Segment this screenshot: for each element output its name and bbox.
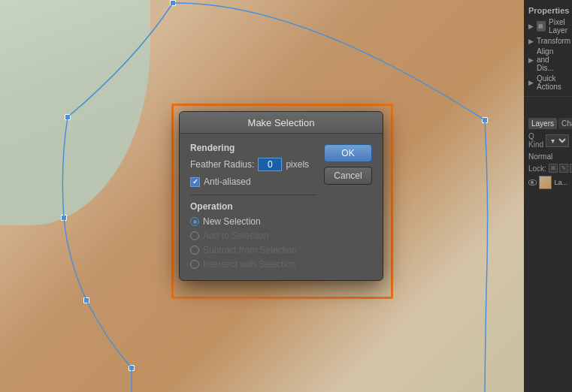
layer-visibility-icon[interactable]	[528, 179, 537, 185]
radio-subtract-selection-label: Subtract from Selection	[203, 245, 297, 255]
align-row[interactable]: ▶ Align and Dis...	[528, 47, 567, 72]
ok-button[interactable]: OK	[324, 144, 372, 162]
layers-section: Layers Cha... Q Kind ▾ Normal Lock: ⊞ ✎ …	[524, 112, 572, 195]
rendering-label: Rendering	[190, 143, 316, 153]
anchor-point	[170, 0, 176, 6]
feather-unit: pixels	[286, 159, 309, 170]
radio-add-selection-label: Add to Selection	[203, 231, 268, 241]
operation-radio-group: New Selection Add to Selection Subtract …	[190, 216, 316, 270]
pixel-layer-arrow: ▶	[528, 23, 534, 30]
feather-radius-input[interactable]	[258, 158, 282, 171]
lock-label: Lock:	[528, 164, 546, 173]
anchor-point	[61, 215, 67, 221]
dialog-title: Make Selection	[180, 112, 383, 134]
feather-row: Feather Radius: pixels	[190, 158, 316, 171]
radio-subtract-selection[interactable]: Subtract from Selection	[190, 245, 316, 255]
anti-aliased-checkbox[interactable]	[190, 177, 200, 187]
right-panel: Properties ▶ ▦ Pixel Layer ▶ Transform ▶…	[524, 0, 572, 392]
pixel-layer-row[interactable]: ▶ ▦ Pixel Layer	[528, 18, 567, 35]
layer-thumbnail	[539, 176, 552, 189]
transform-label: Transform	[537, 37, 570, 45]
make-selection-dialog: Make Selection Rendering Feather Radius:…	[179, 111, 383, 281]
radio-add-selection-btn[interactable]	[190, 231, 199, 240]
kind-row: Q Kind ▾	[528, 132, 567, 149]
canvas: Make Selection Rendering Feather Radius:…	[0, 0, 524, 392]
tab-channels[interactable]: Cha...	[558, 118, 572, 129]
align-arrow: ▶	[528, 56, 534, 64]
operation-label: Operation	[190, 201, 316, 212]
anchor-point	[129, 365, 135, 371]
align-label: Align and Dis...	[537, 47, 567, 72]
transform-row[interactable]: ▶ Transform	[528, 37, 567, 45]
anchor-point	[65, 114, 71, 120]
radio-new-selection-btn[interactable]	[190, 217, 199, 226]
lock-transparent-icon[interactable]: ⊞	[549, 164, 558, 173]
radio-new-selection[interactable]: New Selection	[190, 216, 316, 227]
radio-intersect-selection-label: Intersect with Selection	[203, 259, 295, 270]
layers-tabs: Layers Cha...	[528, 118, 567, 129]
cancel-button[interactable]: Cancel	[324, 167, 372, 185]
layer-item[interactable]: La...	[528, 176, 567, 189]
quick-actions-arrow: ▶	[528, 79, 534, 86]
kind-select[interactable]: ▾	[546, 134, 569, 147]
properties-section: Properties ▶ ▦ Pixel Layer ▶ Transform ▶…	[524, 0, 572, 97]
anti-aliased-row[interactable]: Anti-aliased	[190, 176, 316, 187]
properties-title: Properties	[528, 6, 567, 15]
anchor-point	[83, 297, 89, 303]
quick-actions-label: Quick Actions	[537, 74, 567, 91]
radio-add-selection[interactable]: Add to Selection	[190, 231, 316, 241]
radio-new-selection-label: New Selection	[203, 216, 261, 227]
dialog-body: Rendering Feather Radius: pixels Anti-al…	[180, 134, 383, 280]
feather-radius-label: Feather Radius:	[190, 159, 254, 170]
lock-icons: ⊞ ✎ ✚	[549, 164, 572, 173]
pixel-layer-label: Pixel Layer	[549, 18, 567, 35]
lock-row: Lock: ⊞ ✎ ✚	[528, 164, 567, 173]
kind-label: Q Kind	[528, 132, 543, 149]
anti-aliased-label: Anti-aliased	[204, 176, 251, 187]
panel-spacer	[524, 97, 572, 112]
radio-subtract-selection-btn[interactable]	[190, 246, 199, 255]
lock-pixels-icon[interactable]: ✎	[559, 164, 568, 173]
radio-intersect-selection[interactable]: Intersect with Selection	[190, 259, 316, 270]
dialog-right-column: OK Cancel	[324, 143, 372, 270]
layer-name-label: La...	[554, 179, 567, 186]
blend-mode-label: Normal	[528, 152, 552, 161]
divider	[190, 194, 316, 195]
quick-actions-row[interactable]: ▶ Quick Actions	[528, 74, 567, 91]
dialog-left-column: Rendering Feather Radius: pixels Anti-al…	[190, 143, 316, 270]
tab-layers[interactable]: Layers	[528, 118, 557, 129]
pixel-layer-icon: ▦	[537, 21, 546, 32]
anchor-point	[482, 117, 488, 123]
blend-mode-row: Normal	[528, 151, 567, 161]
transform-arrow: ▶	[528, 38, 534, 45]
radio-intersect-selection-btn[interactable]	[190, 260, 199, 269]
